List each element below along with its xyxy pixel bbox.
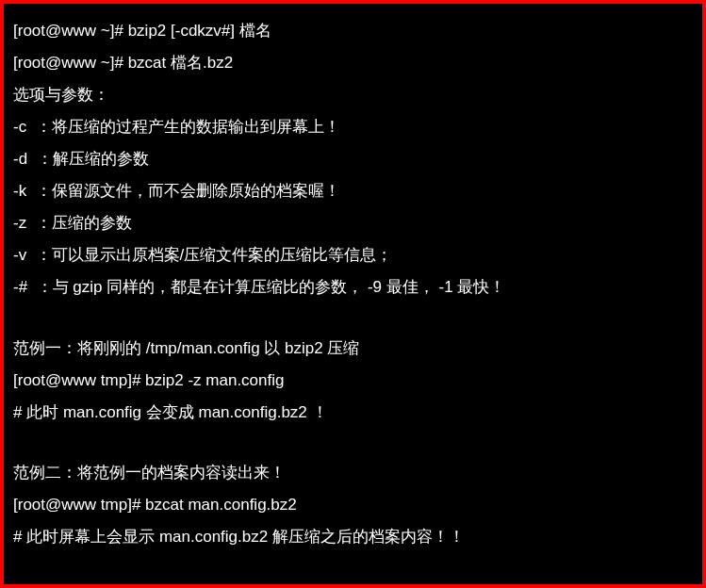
- terminal-line: -v ：可以显示出原档案/压缩文件案的压缩比等信息；: [13, 239, 693, 271]
- terminal-line: # 此时 man.config 会变成 man.config.bz2 ！: [13, 397, 693, 429]
- terminal-line: -c ：将压缩的过程产生的数据输出到屏幕上！: [13, 111, 693, 143]
- terminal-line: -z ：压缩的参数: [13, 207, 693, 239]
- terminal-line: [root@www ~]# bzcat 檔名.bz2: [13, 47, 693, 79]
- blank-line: [13, 303, 693, 333]
- terminal-line: -d ：解压缩的参数: [13, 143, 693, 175]
- terminal-line: [root@www tmp]# bzip2 -z man.config: [13, 365, 693, 397]
- terminal-window: [root@www ~]# bzip2 [-cdkzv#] 檔名 [root@w…: [4, 4, 702, 584]
- terminal-line: 选项与参数：: [13, 79, 693, 111]
- terminal-line: -# ：与 gzip 同样的，都是在计算压缩比的参数， -9 最佳， -1 最快…: [13, 271, 693, 303]
- terminal-line: -k ：保留源文件，而不会删除原始的档案喔！: [13, 175, 693, 207]
- terminal-line: [root@www tmp]# bzcat man.config.bz2: [13, 489, 693, 521]
- terminal-line: [root@www ~]# bzip2 [-cdkzv#] 檔名: [13, 15, 693, 47]
- terminal-line: 范例一：将刚刚的 /tmp/man.config 以 bzip2 压缩: [13, 333, 693, 365]
- terminal-line: 范例二：将范例一的档案内容读出来！: [13, 457, 693, 489]
- blank-line: [13, 429, 693, 458]
- terminal-line: # 此时屏幕上会显示 man.config.bz2 解压缩之后的档案内容！！: [13, 521, 693, 553]
